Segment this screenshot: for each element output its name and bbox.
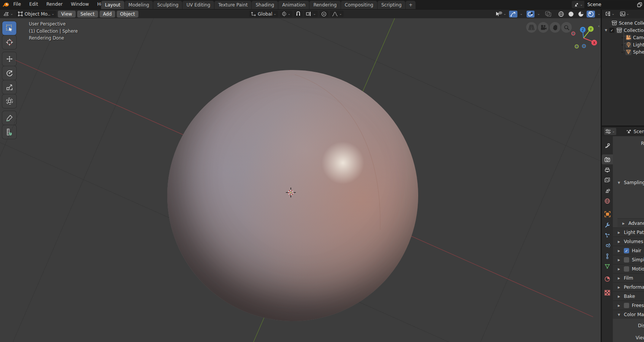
scene-browse-button[interactable]: ⌄ xyxy=(572,1,584,8)
section-simplify[interactable]: ▶ Simplify xyxy=(613,255,644,264)
chevron-down-icon[interactable]: ⌄ xyxy=(520,12,523,16)
menu-edit[interactable]: Edit xyxy=(26,0,41,9)
outliner-row-sphere[interactable]: ► Sphere xyxy=(622,48,644,56)
camera-view-button[interactable] xyxy=(538,22,549,33)
snap-toggle[interactable] xyxy=(294,11,303,17)
properties-header: ⌄ Scene xyxy=(602,127,644,136)
editor-type-button[interactable]: ⌄ xyxy=(2,11,14,17)
tab-texture-paint[interactable]: Texture Paint xyxy=(214,1,251,9)
proportional-falloff-dropdown[interactable]: ⌄ xyxy=(330,11,344,17)
tab-compositing[interactable]: Compositing xyxy=(341,1,377,9)
chevron-down-icon[interactable]: ⌄ xyxy=(598,12,601,16)
proportional-editing-toggle[interactable] xyxy=(319,11,328,17)
snap-with-dropdown[interactable]: ⌄ xyxy=(304,11,318,17)
ptab-scene[interactable] xyxy=(602,186,613,196)
shading-rendered-button[interactable] xyxy=(587,11,595,17)
show-overlays-toggle[interactable] xyxy=(527,11,535,17)
shading-solid-button[interactable] xyxy=(567,11,575,17)
outliner-editor-type-button[interactable]: ⌄ xyxy=(604,11,616,17)
check-icon: ✓ xyxy=(625,249,628,253)
chevron-down-icon: ⌄ xyxy=(339,12,342,16)
collection-checkbox[interactable]: ✓ xyxy=(609,28,614,33)
shading-wireframe-button[interactable] xyxy=(557,11,565,17)
branch-arrow-icon[interactable]: ► xyxy=(622,36,625,39)
ptab-output[interactable] xyxy=(602,165,613,175)
tab-sculpting[interactable]: Sculpting xyxy=(153,1,182,9)
mode-selector[interactable]: Object Mo.. ⌄ xyxy=(16,11,57,17)
menu-file[interactable]: File xyxy=(10,0,24,9)
menu-render[interactable]: Render xyxy=(43,0,66,9)
section-film[interactable]: ▶ Film xyxy=(613,273,644,283)
ptab-tool[interactable] xyxy=(602,141,613,151)
motion-blur-checkbox[interactable] xyxy=(624,266,629,272)
ptab-constraints[interactable] xyxy=(602,251,613,261)
tab-rendering[interactable]: Rendering xyxy=(309,1,340,9)
pivot-point-dropdown[interactable]: ⌄ xyxy=(280,11,293,17)
outliner-row-light[interactable]: ► Light xyxy=(622,41,644,48)
tab-scripting[interactable]: Scripting xyxy=(378,1,405,9)
section-performance[interactable]: ▶ Performance xyxy=(613,282,644,292)
magnifier-icon xyxy=(564,25,569,30)
chevron-down-icon[interactable]: ⌄ xyxy=(537,12,540,16)
tab-uv-editing[interactable]: UV Editing xyxy=(182,1,214,9)
section-light-paths[interactable]: ▶ Light Paths xyxy=(613,227,644,237)
branch-arrow-icon[interactable]: ► xyxy=(622,51,625,54)
outliner-display-mode-button[interactable]: ⌄ xyxy=(619,11,631,17)
ptab-material[interactable] xyxy=(602,274,613,284)
section-sampling[interactable]: ▼ Sampling xyxy=(613,178,644,187)
outliner-search-button[interactable] xyxy=(642,11,644,17)
chevron-down-icon: ⌄ xyxy=(10,12,13,16)
properties-editor-type-button[interactable]: ⌄ xyxy=(604,128,616,135)
section-freestyle[interactable]: ▶ Freestyle xyxy=(613,301,644,310)
transform-orientation-dropdown[interactable]: Global ⌄ xyxy=(249,11,278,17)
hair-checkbox[interactable]: ✓ xyxy=(624,248,629,253)
ptab-world[interactable] xyxy=(602,196,613,206)
chevron-down-icon: ⌄ xyxy=(273,12,276,16)
menu-view[interactable]: View xyxy=(58,11,75,17)
menu-select[interactable]: Select xyxy=(77,11,98,17)
ptab-physics[interactable] xyxy=(602,240,613,250)
ptab-modifiers[interactable] xyxy=(602,220,613,230)
collapse-panel-handle[interactable]: ‹ xyxy=(598,24,600,29)
simplify-checkbox[interactable] xyxy=(624,257,629,262)
expand-arrow-icon: ▶ xyxy=(618,277,622,280)
menu-window[interactable]: Window xyxy=(68,0,92,9)
show-gizmo-toggle[interactable] xyxy=(509,11,517,17)
add-workspace-button[interactable]: + xyxy=(406,1,416,9)
ptab-texture[interactable] xyxy=(602,288,613,297)
section-volumes[interactable]: ▶ Volumes xyxy=(613,237,644,246)
tab-layout[interactable]: Layout xyxy=(101,1,124,9)
freestyle-checkbox[interactable] xyxy=(624,303,629,308)
section-advanced[interactable]: ▶ Advanced xyxy=(617,218,644,228)
section-color-management[interactable]: ▼ Color Management xyxy=(613,310,644,319)
light-object-icon xyxy=(625,42,631,48)
new-scene-button[interactable] xyxy=(635,1,644,8)
object-visibility-dropdown[interactable]: ⌄ xyxy=(494,11,508,17)
ptab-object[interactable] xyxy=(602,209,613,219)
expand-arrow-icon[interactable]: ▼ xyxy=(605,29,609,32)
ptab-render[interactable] xyxy=(602,154,613,164)
perspective-toggle-button[interactable] xyxy=(526,22,537,33)
xray-toggle[interactable] xyxy=(544,11,552,17)
menu-object[interactable]: Object xyxy=(117,11,138,17)
outliner-row-camera[interactable]: ► Camera xyxy=(622,34,644,41)
ptab-view-layer[interactable] xyxy=(602,175,613,185)
outliner-row-collection[interactable]: ▼ ✓ Collection xyxy=(605,27,644,34)
ptab-object-data[interactable] xyxy=(602,261,613,271)
scene-name-field[interactable]: Scene xyxy=(584,1,635,8)
outliner-row-scene-collection[interactable]: Scene Collection xyxy=(611,19,644,27)
section-bake[interactable]: ▶ Bake xyxy=(613,291,644,301)
section-motion-blur[interactable]: ▶ Motion Blur xyxy=(613,264,644,274)
pan-view-button[interactable] xyxy=(550,22,560,33)
blender-logo-icon[interactable] xyxy=(3,2,9,7)
navigation-axis-gizmo[interactable]: Z Y X xyxy=(570,21,601,52)
tab-modeling[interactable]: Modeling xyxy=(125,1,153,9)
tab-animation[interactable]: Animation xyxy=(278,1,309,9)
branch-arrow-icon[interactable]: ► xyxy=(622,43,625,46)
menu-add[interactable]: Add xyxy=(100,11,115,17)
section-hair[interactable]: ▶ ✓ Hair xyxy=(613,246,644,255)
collection-icon xyxy=(616,27,622,33)
ptab-particles[interactable] xyxy=(602,230,613,240)
shading-material-button[interactable] xyxy=(577,11,585,17)
tab-shading[interactable]: Shading xyxy=(252,1,278,9)
